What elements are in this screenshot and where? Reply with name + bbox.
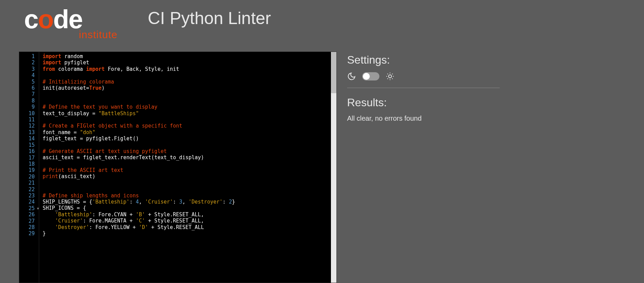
- code-line: text_to_display = "BattleShips": [43, 110, 336, 117]
- code-line: # Create a FIGlet object with a specific…: [43, 123, 336, 129]
- toggle-knob: [363, 73, 370, 80]
- code-line: import pyfiglet: [43, 59, 336, 66]
- svg-line-3: [387, 74, 388, 74]
- code-line: # Initializing colorama: [43, 79, 336, 85]
- line-number: 5: [19, 79, 39, 85]
- main: 1234567891011121314151617181920212223242…: [0, 52, 644, 283]
- code-line: [43, 117, 336, 123]
- code-line: 'Battleship': Fore.CYAN + 'B' + Style.RE…: [43, 211, 336, 218]
- code-line: [43, 98, 336, 104]
- line-number: 4: [19, 72, 39, 78]
- sun-icon: [386, 72, 395, 81]
- line-number: 12: [19, 123, 39, 129]
- code-line: ascii_text = figlet_text.renderText(text…: [43, 154, 336, 161]
- line-number: 25▾: [19, 205, 39, 211]
- divider: [347, 88, 500, 88]
- svg-line-4: [392, 78, 393, 79]
- svg-line-8: [392, 74, 393, 74]
- theme-toggle[interactable]: [362, 72, 379, 80]
- code-line: SHIP_ICONS = {: [43, 205, 336, 211]
- code-line: [43, 142, 336, 148]
- logo-code: code: [24, 8, 120, 31]
- code-line: 'Destroyer': Fore.YELLOW + 'D' + Style.R…: [43, 224, 336, 230]
- code-line: [43, 161, 336, 167]
- line-number: 24: [19, 199, 39, 205]
- code-editor[interactable]: 1234567891011121314151617181920212223242…: [19, 52, 337, 283]
- theme-toggle-row: [347, 72, 500, 81]
- code-line: from colorama import Fore, Back, Style, …: [43, 66, 336, 72]
- line-number: 21: [19, 180, 39, 186]
- results-heading: Results:: [347, 96, 500, 109]
- line-number: 1: [19, 53, 39, 59]
- moon-icon: [347, 72, 356, 81]
- line-number: 28: [19, 224, 39, 230]
- line-number: 27: [19, 218, 39, 224]
- line-number: 2: [19, 59, 39, 66]
- code-line: print(ascii_text): [43, 173, 336, 179]
- line-number: 9: [19, 104, 39, 110]
- scrollbar-thumb[interactable]: [331, 52, 336, 93]
- settings-heading: Settings:: [347, 54, 500, 66]
- logo: code institute: [24, 3, 120, 41]
- code-line: [43, 91, 336, 97]
- svg-point-0: [389, 75, 392, 78]
- line-number: 23: [19, 193, 39, 199]
- code-line: # Print the ASCII art text: [43, 167, 336, 173]
- scrollbar-track[interactable]: [331, 52, 336, 283]
- line-number: 15: [19, 142, 39, 148]
- line-number: 11: [19, 117, 39, 123]
- line-number: 14: [19, 135, 39, 142]
- page-title: CI Python Linter: [148, 8, 271, 28]
- line-number: 18: [19, 161, 39, 167]
- code-line: [43, 186, 336, 192]
- code-line: SHIP_LENGTHS = {'Battleship': 4, 'Cruise…: [43, 199, 336, 205]
- code-line: init(autoreset=True): [43, 85, 336, 91]
- line-number: 3: [19, 66, 39, 72]
- line-number: 26: [19, 211, 39, 218]
- results-text: All clear, no errors found: [347, 115, 500, 122]
- code-line: }: [43, 230, 336, 237]
- line-number: 17: [19, 155, 39, 161]
- line-number: 29: [19, 230, 39, 237]
- code-line: [43, 180, 336, 186]
- header: code institute CI Python Linter: [0, 0, 644, 52]
- line-number: 6: [19, 85, 39, 91]
- line-number: 16: [19, 148, 39, 154]
- line-number: 22: [19, 186, 39, 193]
- right-panel: Settings: Results: All clear, no errors …: [347, 52, 644, 283]
- code-line: font_name = "doh": [43, 129, 336, 135]
- code-line: # Define ship lengths and icons: [43, 193, 336, 199]
- line-number: 10: [19, 110, 39, 117]
- line-number: 20: [19, 174, 39, 180]
- line-gutter: 1234567891011121314151617181920212223242…: [19, 52, 39, 283]
- line-number: 8: [19, 98, 39, 104]
- code-line: [43, 72, 336, 78]
- code-area[interactable]: import randomimport pyfigletfrom coloram…: [39, 52, 336, 283]
- code-line: figlet_text = pyfiglet.Figlet(): [43, 135, 336, 142]
- svg-line-7: [387, 78, 388, 79]
- line-number: 7: [19, 91, 39, 97]
- code-line: # Generate ASCII art text using pyfiglet: [43, 148, 336, 154]
- code-line: # Define the text you want to display: [43, 104, 336, 110]
- code-line: import random: [43, 53, 336, 59]
- line-number: 19: [19, 167, 39, 173]
- line-number: 13: [19, 129, 39, 135]
- code-line: 'Cruiser': Fore.MAGENTA + 'C' + Style.RE…: [43, 218, 336, 224]
